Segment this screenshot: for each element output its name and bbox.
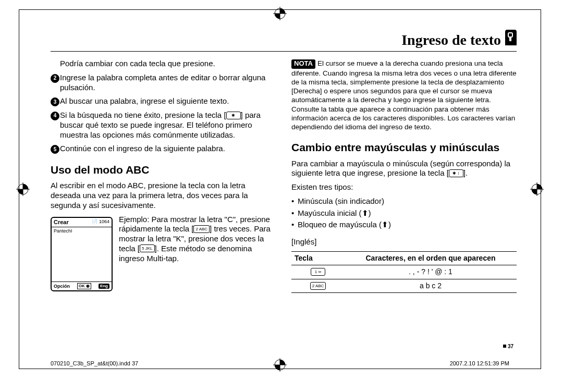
key-2-icon: 2 ABC [310, 282, 326, 290]
case-lead-a: Para cambiar a mayúscula o minúscula (se… [291, 159, 510, 178]
bullet-initial-cap: Mayúscula inicial (⬆) [291, 209, 517, 218]
phone-screen-illustration: Crear 📄 1064 PantechI Opción OK ◉ Eng [51, 217, 113, 292]
phone-footer: Opción OK ◉ Eng [52, 281, 112, 290]
phone-body: PantechI [52, 227, 112, 281]
phone-title: Crear [54, 219, 69, 226]
step-text: Continúe con el ingreso de la siguiente … [60, 144, 225, 153]
step-2: 2 Ingrese la palabra completa antes de e… [51, 73, 276, 93]
cell-chars: . , - ? ! ' @ : 1 [345, 265, 517, 279]
print-footer: 070210_C3b_SP_at&t(00).indd 37 2007.2.10… [51, 360, 509, 368]
case-lead-b: . [466, 168, 468, 177]
key-2-icon: 2 ABC [193, 225, 210, 233]
key-character-table: Tecla Caracteres, en el orden que aparec… [291, 251, 517, 293]
two-column-layout: Podría cambiar con cada tecla que presio… [51, 59, 517, 293]
right-column: NOTAEl cursor se mueve a la derecha cuan… [291, 59, 517, 293]
page-header: Ingreso de texto [51, 31, 517, 52]
phone-header: Crear 📄 1064 [52, 218, 112, 228]
table-row: 1 ∞ . , - ? ! ' @ : 1 [291, 265, 517, 279]
step-number-icon: 4 [51, 112, 59, 120]
nota-block: NOTAEl cursor se mueve a la derecha cuan… [291, 59, 517, 131]
cell-key: 1 ∞ [291, 265, 345, 279]
footer-filename: 070210_C3b_SP_at&t(00).indd 37 [51, 360, 138, 368]
step-5: 5 Continúe con el ingreso de la siguient… [51, 144, 276, 154]
nota-body: El cursor se mueve a la derecha cuando p… [291, 59, 517, 131]
case-bullet-list: Minúscula (sin indicador) Mayúscula inic… [291, 197, 517, 230]
page-number: 37 [503, 344, 513, 350]
section-heading-case: Cambio entre mayúsculas y minúsculas [291, 141, 517, 154]
th-chars: Caracteres, en el orden que aparecen [345, 251, 517, 265]
step-number-icon: 3 [51, 97, 59, 106]
abc-lead: Al escribir en el modo ABC, presione la … [51, 181, 276, 210]
example-block: Crear 📄 1064 PantechI Opción OK ◉ Eng Ej… [51, 215, 276, 264]
case-lead: Para cambiar a mayúscula o minúscula (se… [291, 159, 517, 179]
star-key-icon: ✱ [226, 112, 241, 119]
key-1-icon: 1 ∞ [311, 268, 325, 276]
cell-key: 2 ABC [291, 279, 345, 293]
intro-line: Podría cambiar con cada tecla que presio… [51, 59, 276, 69]
lang-label: [Inglés] [291, 237, 517, 247]
shift-key-icon: ✱ ↕ [449, 169, 463, 177]
bullet-caps-lock: Bloqueo de mayúscula (⬆) [291, 220, 517, 230]
phone-softkey-right: Eng [99, 284, 109, 289]
step-number-icon: 2 [51, 74, 59, 83]
page-title: Ingreso de texto [401, 31, 501, 49]
footer-timestamp: 2007.2.10 12:51:39 PM [450, 360, 509, 368]
bullet-lowercase: Minúscula (sin indicador) [291, 197, 517, 206]
content-area: Ingreso de texto Podría cambiar con cada… [19, 10, 541, 369]
step-number-icon: 5 [51, 145, 59, 154]
phone-softkey-mid: OK ◉ [77, 283, 91, 289]
table-row: 2 ABC a b c 2 [291, 279, 517, 293]
section-heading-abc: Uso del modo ABC [51, 163, 276, 177]
phone-softkey-left: Opción [54, 284, 70, 289]
th-key: Tecla [291, 251, 345, 265]
step-text: Al buscar una palabra, ingrese el siguie… [60, 96, 229, 105]
step-3: 3 Al buscar una palabra, ingrese el sigu… [51, 96, 276, 106]
example-text-c: . Este método se denomina ingreso Multi-… [119, 244, 252, 263]
exist-line: Existen tres tipos: [291, 182, 517, 192]
step-text: Ingrese la palabra completa antes de edi… [60, 73, 265, 92]
left-column: Podría cambiar con cada tecla que presio… [51, 59, 276, 293]
phone-count: 📄 1064 [92, 219, 109, 226]
step-text-a: Si la búsqueda no tiene éxito, presione … [60, 111, 224, 119]
nota-badge: NOTA [291, 59, 315, 69]
step-4: 4 Si la búsqueda no tiene éxito, presion… [51, 111, 276, 140]
cell-chars: a b c 2 [345, 279, 517, 293]
page-frame: Ingreso de texto Podría cambiar con cada… [19, 9, 541, 369]
section-tab-icon [505, 30, 517, 45]
key-5-icon: 5 JKL [140, 244, 154, 252]
